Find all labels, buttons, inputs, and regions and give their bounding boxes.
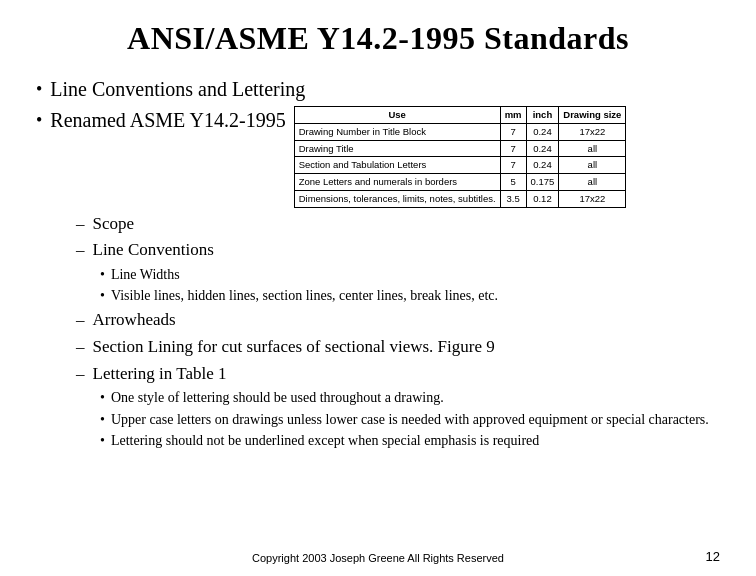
dash-arrowheads-symbol: – [76,308,85,333]
dash-line-conv-symbol: – [76,238,85,263]
table-row: Drawing Number in Title Block 7 0.24 17x… [294,123,626,140]
cell-size-1: all [559,140,626,157]
table-row: Dimensions, tolerances, limits, notes, s… [294,190,626,207]
dash-section-lining: – Section Lining for cut surfaces of sec… [76,335,720,360]
small-bullet-text-l2: Lettering should not be underlined excep… [111,431,539,451]
standards-table-container: Use mm inch Drawing size Drawing Number … [294,106,627,208]
small-bullet-line-widths: • Line Widths [100,265,720,285]
small-bullet-lettering-0: • One style of lettering should be used … [100,388,720,408]
dash-section-symbol: – [76,335,85,360]
dash-arrowheads: – Arrowheads [76,308,720,333]
dash-lettering-text: Lettering in Table 1 [93,362,227,387]
cell-mm-3: 5 [500,174,526,191]
dash-line-conv-text: Line Conventions [93,238,214,263]
small-bullet-text-0: Line Widths [111,265,180,285]
cell-inch-0: 0.24 [526,123,559,140]
cell-use-4: Dimensions, tolerances, limits, notes, s… [294,190,500,207]
table-row: Drawing Title 7 0.24 all [294,140,626,157]
col-drawing-size: Drawing size [559,107,626,124]
cell-size-0: 17x22 [559,123,626,140]
small-bullet-visible-lines: • Visible lines, hidden lines, section l… [100,286,720,306]
content-area: • Line Conventions and Lettering • Renam… [36,75,720,451]
cell-size-3: all [559,174,626,191]
small-bullet-sym-l2: • [100,431,105,451]
dash-items-group: – Arrowheads – Section Lining for cut su… [76,308,720,451]
slide-title: ANSI/ASME Y14.2-1995 Standards [36,20,720,57]
table-row: Section and Tabulation Letters 7 0.24 al… [294,157,626,174]
small-bullet-sym-l0: • [100,388,105,408]
dash-lettering-symbol: – [76,362,85,387]
dash-arrowheads-text: Arrowheads [93,308,176,333]
cell-mm-1: 7 [500,140,526,157]
dash-scope-symbol: – [76,212,85,237]
cell-mm-0: 7 [500,123,526,140]
line-conv-sub: • Line Widths • Visible lines, hidden li… [100,265,720,307]
slide: ANSI/ASME Y14.2-1995 Standards • Line Co… [0,0,756,576]
bullet-2-row: • Renamed ASME Y14.2-1995 Use mm inch Dr… [36,106,720,208]
bullet-2-symbol: • [36,107,42,133]
cell-size-2: all [559,157,626,174]
col-use: Use [294,107,500,124]
cell-mm-4: 3.5 [500,190,526,207]
small-bullet-sym-1: • [100,286,105,306]
footer-copyright: Copyright 2003 Joseph Greene All Rights … [252,552,504,564]
cell-size-4: 17x22 [559,190,626,207]
cell-use-1: Drawing Title [294,140,500,157]
cell-use-3: Zone Letters and numerals in borders [294,174,500,191]
dash-scope: – Scope [76,212,720,237]
bullet-1: • Line Conventions and Lettering [36,75,720,104]
cell-inch-2: 0.24 [526,157,559,174]
cell-inch-3: 0.175 [526,174,559,191]
page-number: 12 [706,549,720,564]
cell-use-2: Section and Tabulation Letters [294,157,500,174]
small-bullet-sym-l1: • [100,410,105,430]
small-bullet-text-l0: One style of lettering should be used th… [111,388,444,408]
table-row: Zone Letters and numerals in borders 5 0… [294,174,626,191]
small-bullet-text-l1: Upper case letters on drawings unless lo… [111,410,709,430]
small-bullet-lettering-2: • Lettering should not be underlined exc… [100,431,720,451]
cell-inch-1: 0.24 [526,140,559,157]
lettering-sub: • One style of lettering should be used … [100,388,720,451]
bullet-1-text: Line Conventions and Lettering [50,75,305,104]
col-mm: mm [500,107,526,124]
standards-table: Use mm inch Drawing size Drawing Number … [294,106,627,208]
small-bullet-text-1: Visible lines, hidden lines, section lin… [111,286,498,306]
col-inch: inch [526,107,559,124]
bullet-1-symbol: • [36,76,42,102]
small-bullet-lettering-1: • Upper case letters on drawings unless … [100,410,720,430]
bullet-2-text: Renamed ASME Y14.2-1995 [50,106,285,135]
cell-inch-4: 0.12 [526,190,559,207]
small-bullet-sym-0: • [100,265,105,285]
dash-lettering: – Lettering in Table 1 [76,362,720,387]
dash-line-conventions: – Line Conventions [76,238,720,263]
cell-use-0: Drawing Number in Title Block [294,123,500,140]
footer: Copyright 2003 Joseph Greene All Rights … [0,552,756,564]
dash-section-text: Section Lining for cut surfaces of secti… [93,335,495,360]
dash-scope-text: Scope [93,212,135,237]
cell-mm-2: 7 [500,157,526,174]
scope-line-conv-group: – Scope – Line Conventions • Line Widths… [76,212,720,307]
